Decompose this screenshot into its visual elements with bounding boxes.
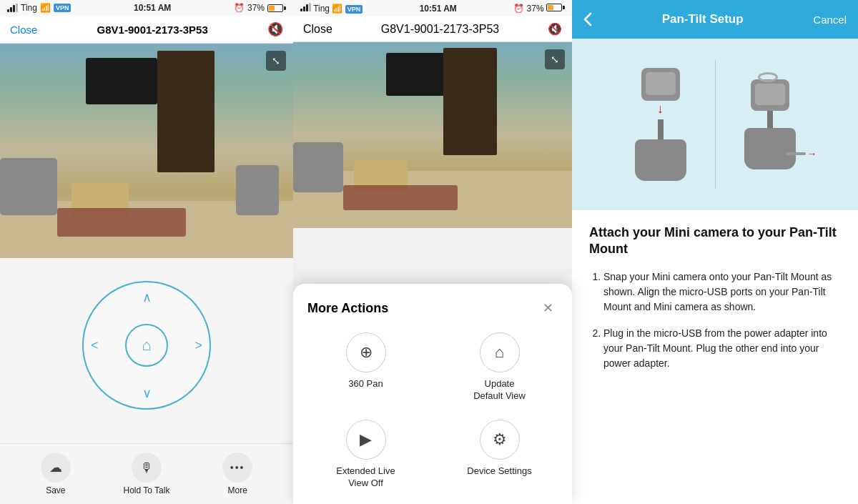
middle-status-bar: Ting 📶 VPN 10:51 AM ⏰ 37% <box>293 0 572 16</box>
update-default-view-icon: ⌂ <box>480 332 520 372</box>
middle-close-button[interactable]: Close <box>303 23 332 36</box>
mid-signal-bars-icon <box>300 3 311 11</box>
left-panel: Ting 📶 VPN 10:51 AM ⏰ 37% Close G8V1-900… <box>0 0 293 504</box>
camera-scene-middle <box>293 42 572 228</box>
cam1-base <box>635 139 686 181</box>
mid-scene-rug <box>343 185 458 210</box>
cable-arrow: → <box>786 148 817 159</box>
middle-camera-view: ⤡ <box>293 42 572 228</box>
left-header: Close G8V1-9001-2173-3P53 🔇 <box>0 16 293 44</box>
mid-battery-icon <box>546 4 565 11</box>
mid-fullscreen-icon[interactable]: ⤡ <box>545 49 565 69</box>
status-right: ⏰ 37% <box>234 3 286 13</box>
middle-mute-icon[interactable]: 🔇 <box>548 22 562 36</box>
device-settings-icon: ⚙ <box>480 420 520 460</box>
mid-scene-couch-left <box>293 142 343 192</box>
ptz-ring: ∧ ∨ < > ⌂ <box>82 281 211 410</box>
ptz-right-button[interactable]: > <box>194 337 202 352</box>
mid-wifi-icon: 📶 <box>332 4 342 14</box>
scene-rug <box>57 208 186 237</box>
mid-carrier-label: Ting <box>313 4 330 14</box>
modal-header: More Actions ✕ <box>307 298 558 318</box>
cam2-base: → <box>744 128 796 169</box>
middle-panel: Ting 📶 VPN 10:51 AM ⏰ 37% Close G8V1-900… <box>293 0 572 504</box>
camera-illustration-2: → <box>744 79 796 169</box>
chevron-left-icon <box>583 12 592 26</box>
carrier-label: Ting <box>21 3 37 13</box>
camera-illustration-1: ↓ <box>635 68 686 181</box>
ptz-controls-area: ∧ ∨ < > ⌂ <box>0 258 293 443</box>
more-icon: ••• <box>222 453 252 483</box>
middle-header: Close G8V1-9001-2173-3P53 🔇 <box>293 16 572 42</box>
mid-time-label: 10:51 AM <box>420 4 457 14</box>
update-default-view-label: UpdateDefault View <box>473 378 526 402</box>
snap-arrow-icon: ↓ <box>657 102 664 117</box>
left-close-button[interactable]: Close <box>10 24 37 36</box>
back-button[interactable] <box>583 12 592 26</box>
hold-to-talk-label: Hold To Talk <box>124 485 170 495</box>
save-button[interactable]: ☁ Save <box>41 453 71 495</box>
mid-scene-tv <box>386 53 450 96</box>
device-settings-item[interactable]: ⚙ Device Settings <box>441 420 558 490</box>
cancel-button[interactable]: Cancel <box>813 14 847 26</box>
scene-couch-right <box>236 165 279 215</box>
left-mute-icon[interactable]: 🔇 <box>267 21 283 37</box>
mid-battery-percent: 37% <box>527 4 544 14</box>
bottom-controls: ☁ Save 🎙 Hold To Talk ••• More <box>0 443 293 504</box>
battery-icon <box>267 4 286 12</box>
mid-alarm-icon: ⏰ <box>513 4 524 14</box>
360pan-label: 360 Pan <box>348 378 383 390</box>
middle-device-id: G8V1-9001-2173-3P53 <box>381 23 499 36</box>
device-settings-label: Device Settings <box>467 465 531 478</box>
right-heading: Attach your Mini camera to your Pan-Tilt… <box>589 224 841 258</box>
home-icon: ⌂ <box>142 336 151 355</box>
fullscreen-icon[interactable]: ⤡ <box>266 51 286 71</box>
left-camera-view: ⤡ <box>0 44 293 258</box>
more-label: More <box>227 485 247 495</box>
save-icon: ☁ <box>41 453 71 483</box>
cam1-head: ↓ <box>641 68 680 101</box>
time-label: 10:51 AM <box>134 3 171 13</box>
ptz-home-button[interactable]: ⌂ <box>125 324 168 367</box>
ptz-up-button[interactable]: ∧ <box>142 290 152 305</box>
cam2-neck <box>767 111 773 128</box>
alarm-icon: ⏰ <box>234 3 245 13</box>
more-actions-modal: More Actions ✕ ⊕ 360 Pan ⌂ UpdateDefault… <box>293 284 572 504</box>
vpn-badge: VPN <box>54 4 72 12</box>
step-1: Snap your Mini camera onto your Pan-Tilt… <box>603 270 841 315</box>
mid-vpn-badge: VPN <box>345 5 363 14</box>
modal-grid: ⊕ 360 Pan ⌂ UpdateDefault View ▶ Extende… <box>307 332 558 490</box>
left-status-bar: Ting 📶 VPN 10:51 AM ⏰ 37% <box>0 0 293 16</box>
mid-status-right: ⏰ 37% <box>513 4 565 14</box>
360pan-item[interactable]: ⊕ 360 Pan <box>307 332 424 402</box>
microphone-icon: 🎙 <box>132 453 162 483</box>
wifi-icon: 📶 <box>40 3 51 13</box>
360pan-icon: ⊕ <box>346 332 386 372</box>
battery-percent: 37% <box>247 3 265 13</box>
ptz-left-button[interactable]: < <box>91 337 99 352</box>
step-2: Plug in the micro-USB from the power ada… <box>603 326 841 371</box>
cam2-head <box>751 79 789 111</box>
diagram-divider <box>715 60 716 189</box>
modal-title: More Actions <box>307 301 388 316</box>
mid-scene-bookshelf <box>443 48 497 155</box>
scene-couch-left <box>0 158 57 215</box>
hold-to-talk-button[interactable]: 🎙 Hold To Talk <box>124 453 170 495</box>
extended-live-view-label: Extended LiveView Off <box>336 465 395 490</box>
modal-close-button[interactable]: ✕ <box>538 298 558 318</box>
right-header: Pan-Tilt Setup Cancel <box>572 0 858 39</box>
scene-bookshelf <box>157 51 214 172</box>
status-left: Ting 📶 VPN <box>7 3 71 13</box>
save-label: Save <box>46 485 65 495</box>
right-steps-list: Snap your Mini camera onto your Pan-Tilt… <box>589 270 841 371</box>
update-default-view-item[interactable]: ⌂ UpdateDefault View <box>441 332 558 402</box>
extended-live-view-item[interactable]: ▶ Extended LiveView Off <box>307 420 424 490</box>
signal-bars-icon <box>7 4 18 12</box>
mid-status-left: Ting 📶 VPN <box>300 3 363 14</box>
left-device-id: G8V1-9001-2173-3P53 <box>97 24 208 36</box>
right-panel-title: Pan-Tilt Setup <box>662 12 744 26</box>
more-button[interactable]: ••• More <box>222 453 252 495</box>
ptz-down-button[interactable]: ∨ <box>142 385 152 401</box>
cam1-neck <box>658 119 664 139</box>
pan-tilt-diagram: ↓ → <box>572 39 858 210</box>
